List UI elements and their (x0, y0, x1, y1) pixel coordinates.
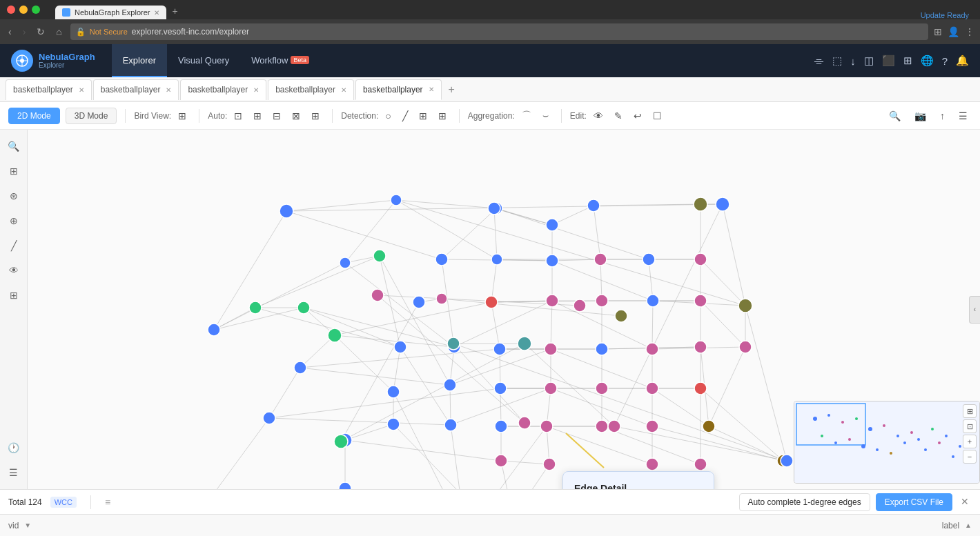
add-tab-button[interactable]: + (443, 81, 460, 99)
nav-home[interactable]: ⌂ (53, 25, 64, 39)
graph-tab-4-close[interactable]: ✕ (341, 86, 346, 94)
svg-point-241 (821, 435, 823, 437)
mini-map-zoom-in[interactable]: + (963, 435, 977, 448)
nav-icon-help[interactable]: ? (942, 55, 948, 67)
nav-item-visual-query[interactable]: Visual Query (167, 44, 240, 77)
svg-point-194 (546, 295, 558, 307)
nav-item-workflow[interactable]: Workflow Beta (240, 44, 320, 77)
edit-icon-3[interactable]: ↩ (629, 108, 646, 124)
sidebar-icon-table[interactable]: ☰ (3, 461, 25, 484)
bird-view-icon[interactable]: ⊞ (174, 108, 190, 124)
graph-tab-5-close[interactable]: ✕ (429, 86, 434, 93)
graph-tab-2-close[interactable]: ✕ (166, 86, 171, 94)
sidebar-icon-graph[interactable]: ⊛ (3, 185, 25, 207)
graph-tab-5[interactable]: basketballplayer ✕ (355, 79, 442, 100)
right-panel-toggle[interactable]: ‹ (969, 296, 980, 324)
search-icon[interactable]: 🔍 (885, 108, 905, 124)
sidebar-icon-line[interactable]: ╱ (3, 235, 25, 257)
mini-map-zoom-out[interactable]: − (963, 450, 977, 464)
graph-tab-1[interactable]: basketballplayer ✕ (6, 79, 92, 100)
tab-close-btn[interactable]: ✕ (154, 9, 159, 17)
upload-icon[interactable]: ↑ (936, 108, 949, 124)
graph-tab-4[interactable]: basketballplayer ✕ (268, 79, 354, 100)
export-csv-button[interactable]: Export CSV File (876, 493, 952, 511)
graph-tab-3[interactable]: basketballplayer ✕ (180, 79, 266, 100)
bottom-actions: Auto complete 1-degree edges Export CSV … (739, 493, 972, 511)
aggregation-icon-2[interactable]: ⌣ (538, 107, 553, 124)
edit-icon-1[interactable]: 👁 (589, 108, 607, 124)
auto-complete-edges-button[interactable]: Auto complete 1-degree edges (739, 493, 870, 511)
url-text: explorer.vesoft-inc.com/explorer (132, 27, 249, 37)
list-icon[interactable]: ☰ (954, 108, 972, 124)
auto-icon-1[interactable]: ⊡ (230, 108, 246, 124)
nav-back[interactable]: ‹ (6, 25, 14, 39)
nav-forward[interactable]: › (20, 25, 29, 39)
svg-point-236 (841, 421, 844, 424)
detection-icon-4[interactable]: ⊞ (434, 108, 451, 124)
toolbar-right: 🔍 📷 ↑ ☰ (885, 108, 972, 124)
graph-area[interactable]: Edge Detail serve id: $serve player104->… (28, 130, 980, 489)
auto-icon-4[interactable]: ⊠ (288, 108, 304, 124)
svg-point-211 (694, 197, 707, 211)
vid-dropdown-arrow[interactable]: ▼ (24, 522, 31, 529)
nav-icon-bell[interactable]: 🔔 (956, 54, 969, 67)
nav-icon-4[interactable]: ◫ (864, 54, 874, 67)
sidebar-icon-eye[interactable]: 👁 (3, 259, 25, 281)
detection-icon-1[interactable]: ○ (381, 108, 395, 124)
2d-mode-button[interactable]: 2D Mode (8, 108, 60, 124)
nav-refresh[interactable]: ↻ (34, 25, 48, 39)
sidebar-icon-layers[interactable]: ⊞ (3, 284, 25, 306)
drag-handle[interactable]: ≡ (105, 497, 110, 508)
detection-icon-3[interactable]: ⊞ (415, 108, 431, 124)
3d-mode-button[interactable]: 3D Mode (66, 108, 117, 124)
bottom-divider (90, 495, 91, 509)
nav-icon-5[interactable]: ⬛ (882, 54, 895, 67)
auto-icon-2[interactable]: ⊞ (249, 108, 266, 124)
camera-icon[interactable]: 📷 (910, 108, 930, 124)
sidebar-icon-share[interactable]: ⊕ (3, 210, 25, 232)
sidebar-icon-filter[interactable]: ⊞ (3, 160, 25, 182)
nav-icon-globe[interactable]: 🌐 (921, 54, 934, 67)
mini-map-layout-btn[interactable]: ⊞ (963, 404, 977, 418)
mini-map-fit-btn[interactable]: ⊡ (963, 419, 977, 433)
bottom-bar-close[interactable]: ✕ (958, 493, 972, 511)
aggregation-icon-1[interactable]: ⌒ (518, 107, 536, 125)
nav-item-explorer[interactable]: Explorer (112, 44, 167, 77)
svg-point-209 (646, 420, 658, 433)
edit-icon-2[interactable]: ✎ (610, 108, 627, 124)
edit-icon-4[interactable]: ☐ (649, 108, 666, 124)
svg-point-206 (647, 295, 659, 307)
nav-icon-6[interactable]: ⊞ (903, 54, 912, 67)
auto-icon-3[interactable]: ⊟ (268, 108, 285, 124)
label-dropdown-arrow[interactable]: ▲ (965, 522, 972, 529)
auto-icon-5[interactable]: ⊞ (307, 108, 324, 124)
profile-icon[interactable]: 👤 (948, 26, 959, 37)
address-bar[interactable]: 🔓 Not Secure explorer.vesoft-inc.com/exp… (70, 23, 928, 40)
svg-point-234 (813, 417, 817, 421)
main-content: 🔍 ⊞ ⊛ ⊕ ╱ 👁 ⊞ 🕐 ☰ Edge Detail se (0, 130, 980, 489)
beta-badge: Beta (291, 56, 309, 64)
browser-tab-active[interactable]: NebulaGraph Explorer ✕ (55, 6, 166, 19)
update-ready-badge[interactable]: Update Ready (921, 11, 969, 19)
nav-icon-3[interactable]: ↓ (850, 55, 856, 67)
svg-line-118 (453, 344, 787, 461)
vid-label: vid (8, 521, 19, 530)
nav-icon-2[interactable]: ⬚ (832, 54, 842, 67)
graph-tab-1-close[interactable]: ✕ (79, 86, 84, 94)
graph-tab-3-close[interactable]: ✕ (253, 86, 259, 94)
nav-icon-1[interactable]: ⌯ (814, 55, 824, 67)
extensions-icon[interactable]: ⊞ (934, 26, 942, 37)
svg-line-151 (494, 208, 552, 225)
new-tab-button[interactable]: + (166, 3, 183, 19)
close-traffic-light[interactable] (7, 6, 15, 14)
detection-icon-2[interactable]: ╱ (398, 108, 412, 124)
sidebar-icon-search[interactable]: 🔍 (3, 135, 25, 157)
maximize-traffic-light[interactable] (32, 6, 40, 14)
svg-point-250 (924, 448, 927, 451)
menu-icon[interactable]: ⋮ (965, 26, 974, 37)
graph-tab-2[interactable]: basketballplayer ✕ (93, 79, 179, 100)
svg-line-16 (380, 256, 400, 347)
minimize-traffic-light[interactable] (19, 6, 28, 14)
sidebar-icon-history[interactable]: 🕐 (3, 437, 25, 459)
svg-line-47 (652, 301, 653, 349)
